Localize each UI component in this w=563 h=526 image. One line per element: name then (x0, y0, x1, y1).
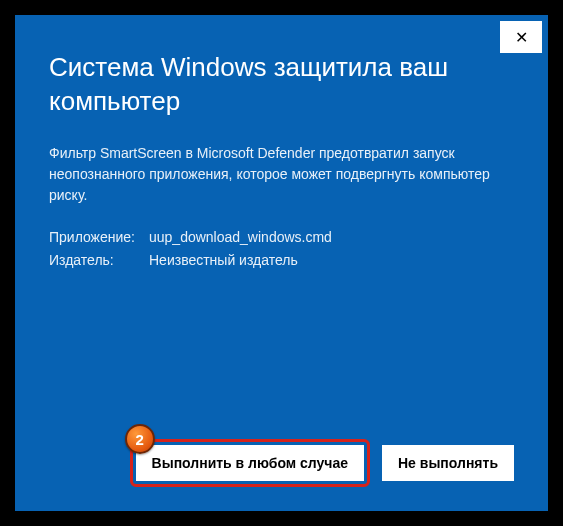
badge-number: 2 (135, 431, 143, 448)
app-details: Приложение: uup_download_windows.cmd Изд… (49, 226, 514, 274)
smartscreen-dialog: ✕ Система Windows защитила ваш компьютер… (15, 15, 548, 511)
screenshot-frame: ✕ Система Windows защитила ваш компьютер… (0, 0, 563, 526)
publisher-value: Неизвестный издатель (149, 249, 298, 273)
app-label: Приложение: (49, 226, 149, 250)
detail-row-publisher: Издатель: Неизвестный издатель (49, 249, 514, 273)
dialog-description: Фильтр SmartScreen в Microsoft Defender … (49, 143, 514, 206)
publisher-label: Издатель: (49, 249, 149, 273)
dont-run-button[interactable]: Не выполнять (382, 445, 514, 481)
close-button[interactable]: ✕ (500, 21, 542, 53)
highlight-annotation: 2 Выполнить в любом случае (130, 439, 370, 487)
dialog-title: Система Windows защитила ваш компьютер (49, 51, 514, 119)
run-anyway-button[interactable]: Выполнить в любом случае (136, 445, 364, 481)
close-icon: ✕ (515, 28, 528, 47)
step-badge: 2 (125, 424, 155, 454)
dialog-button-row: 2 Выполнить в любом случае Не выполнять (130, 439, 514, 487)
detail-row-app: Приложение: uup_download_windows.cmd (49, 226, 514, 250)
app-value: uup_download_windows.cmd (149, 226, 332, 250)
